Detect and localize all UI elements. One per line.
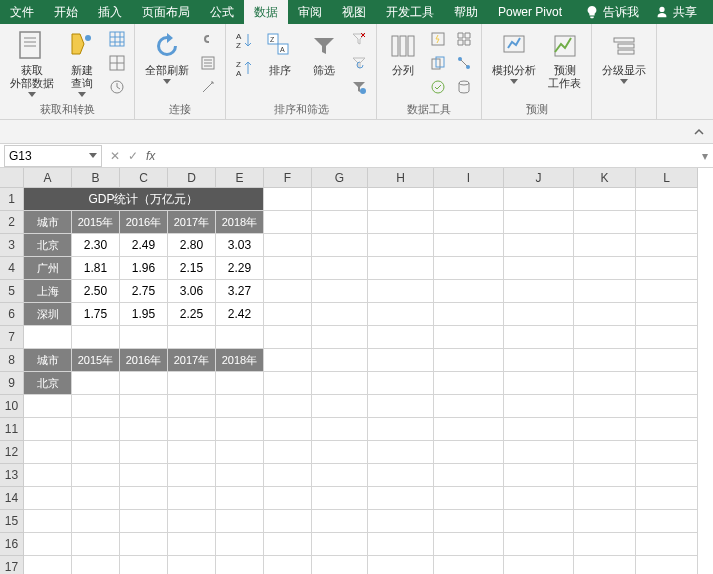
cell[interactable] bbox=[216, 533, 264, 556]
cell[interactable] bbox=[368, 464, 434, 487]
menubar-tab[interactable]: Power Pivot bbox=[488, 0, 572, 24]
cell[interactable] bbox=[216, 418, 264, 441]
cell[interactable] bbox=[168, 441, 216, 464]
properties-button[interactable] bbox=[197, 52, 219, 74]
cell[interactable] bbox=[434, 441, 504, 464]
cell[interactable]: 2016年 bbox=[120, 211, 168, 234]
cell[interactable] bbox=[72, 326, 120, 349]
cell[interactable]: 2.42 bbox=[216, 303, 264, 326]
forecast-sheet-button[interactable]: 预测工作表 bbox=[544, 28, 585, 92]
cell[interactable] bbox=[24, 418, 72, 441]
cell[interactable] bbox=[168, 464, 216, 487]
cell[interactable]: GDP统计（万亿元） bbox=[24, 188, 264, 211]
cell[interactable] bbox=[72, 487, 120, 510]
cell[interactable]: 北京 bbox=[24, 234, 72, 257]
cell[interactable] bbox=[120, 441, 168, 464]
menubar-tab[interactable]: 页面布局 bbox=[132, 0, 200, 24]
cell[interactable] bbox=[312, 211, 368, 234]
menubar-tab[interactable]: 数据 bbox=[244, 0, 288, 24]
fx-label[interactable]: fx bbox=[146, 149, 161, 163]
cell[interactable] bbox=[24, 326, 72, 349]
cell[interactable] bbox=[368, 533, 434, 556]
cell[interactable] bbox=[636, 464, 698, 487]
cell[interactable] bbox=[168, 487, 216, 510]
cell[interactable] bbox=[574, 280, 636, 303]
filter-button[interactable]: 筛选 bbox=[304, 28, 344, 79]
cell[interactable] bbox=[636, 257, 698, 280]
cell[interactable] bbox=[264, 395, 312, 418]
cell[interactable] bbox=[120, 487, 168, 510]
cell[interactable] bbox=[312, 487, 368, 510]
get-external-data-button[interactable]: 获取外部数据 bbox=[6, 28, 58, 99]
cell[interactable] bbox=[72, 372, 120, 395]
cell[interactable] bbox=[504, 257, 574, 280]
flash-fill-button[interactable] bbox=[427, 28, 449, 50]
menubar-tab[interactable]: 开始 bbox=[44, 0, 88, 24]
expand-formula-bar-button[interactable]: ▾ bbox=[697, 149, 713, 163]
cell[interactable] bbox=[368, 234, 434, 257]
cell[interactable] bbox=[434, 464, 504, 487]
cell[interactable] bbox=[574, 510, 636, 533]
cell[interactable] bbox=[574, 418, 636, 441]
cell[interactable] bbox=[24, 510, 72, 533]
row-header[interactable]: 12 bbox=[0, 441, 24, 464]
cell[interactable] bbox=[168, 533, 216, 556]
cell[interactable] bbox=[636, 211, 698, 234]
cell[interactable]: 北京 bbox=[24, 372, 72, 395]
cell[interactable] bbox=[120, 556, 168, 574]
menubar-tab[interactable]: 审阅 bbox=[288, 0, 332, 24]
row-header[interactable]: 16 bbox=[0, 533, 24, 556]
row-header[interactable]: 13 bbox=[0, 464, 24, 487]
cell[interactable]: 3.06 bbox=[168, 280, 216, 303]
cell[interactable] bbox=[574, 533, 636, 556]
cell[interactable] bbox=[312, 326, 368, 349]
cell[interactable]: 3.27 bbox=[216, 280, 264, 303]
cell[interactable] bbox=[312, 464, 368, 487]
cell[interactable] bbox=[368, 349, 434, 372]
cell[interactable] bbox=[72, 464, 120, 487]
enter-formula-button[interactable]: ✓ bbox=[128, 149, 138, 163]
cell[interactable]: 3.03 bbox=[216, 234, 264, 257]
cell[interactable] bbox=[368, 487, 434, 510]
cell[interactable]: 广州 bbox=[24, 257, 72, 280]
clear-filter-button[interactable] bbox=[348, 28, 370, 50]
remove-duplicates-button[interactable] bbox=[427, 52, 449, 74]
cell[interactable] bbox=[368, 326, 434, 349]
sort-desc-button[interactable]: ZA bbox=[232, 56, 256, 80]
cell[interactable] bbox=[216, 326, 264, 349]
cell[interactable] bbox=[264, 533, 312, 556]
cell[interactable] bbox=[24, 464, 72, 487]
cell[interactable] bbox=[264, 280, 312, 303]
cell[interactable] bbox=[636, 372, 698, 395]
menubar-tab[interactable]: 公式 bbox=[200, 0, 244, 24]
cell[interactable]: 2015年 bbox=[72, 211, 120, 234]
cell[interactable]: 2015年 bbox=[72, 349, 120, 372]
tell-me[interactable]: 告诉我 bbox=[577, 0, 647, 24]
cell[interactable] bbox=[168, 372, 216, 395]
cell[interactable] bbox=[72, 533, 120, 556]
cell[interactable] bbox=[368, 188, 434, 211]
cell[interactable] bbox=[216, 510, 264, 533]
cell[interactable] bbox=[264, 211, 312, 234]
row-header[interactable]: 3 bbox=[0, 234, 24, 257]
column-header[interactable]: L bbox=[636, 168, 698, 188]
column-header[interactable]: H bbox=[368, 168, 434, 188]
cell[interactable] bbox=[574, 303, 636, 326]
column-header[interactable]: K bbox=[574, 168, 636, 188]
cell[interactable]: 2.50 bbox=[72, 280, 120, 303]
cell[interactable]: 上海 bbox=[24, 280, 72, 303]
row-header[interactable]: 15 bbox=[0, 510, 24, 533]
cell[interactable] bbox=[504, 349, 574, 372]
column-header[interactable]: I bbox=[434, 168, 504, 188]
column-header[interactable]: C bbox=[120, 168, 168, 188]
cell[interactable] bbox=[216, 464, 264, 487]
row-header[interactable]: 8 bbox=[0, 349, 24, 372]
cell[interactable] bbox=[120, 395, 168, 418]
row-header[interactable]: 10 bbox=[0, 395, 24, 418]
cell[interactable]: 城市 bbox=[24, 349, 72, 372]
cell[interactable] bbox=[574, 234, 636, 257]
cell[interactable]: 2018年 bbox=[216, 349, 264, 372]
cell[interactable] bbox=[120, 533, 168, 556]
from-table-button[interactable] bbox=[106, 52, 128, 74]
cell[interactable] bbox=[504, 211, 574, 234]
